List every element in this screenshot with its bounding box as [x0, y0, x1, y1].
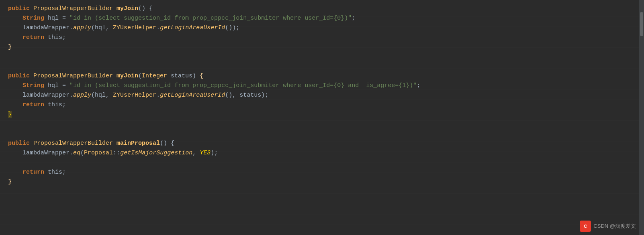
csdn-text: CSDN @浅度差文 — [593, 222, 636, 231]
type-proposal: Proposal — [84, 150, 113, 156]
code-line-14 — [8, 129, 636, 139]
keyword-public: public — [8, 5, 33, 12]
code-line-12: } — [8, 110, 636, 120]
vertical-scrollbar[interactable] — [639, 0, 644, 235]
code-line-10: lambdaWrapper.apply(hql, ZYUserHelper.ge… — [8, 91, 636, 100]
const-yes: YES — [200, 150, 211, 156]
semicolon-2: ; — [417, 82, 420, 89]
return-this-3: this; — [48, 169, 66, 176]
zyuserhelper-2: ZYUserHelper — [113, 92, 156, 99]
keyword-public-3: public — [8, 140, 33, 147]
return-this-2: this; — [48, 101, 66, 108]
var-hql: hql — [44, 15, 62, 22]
keyword-public-2: public — [8, 73, 33, 79]
code-line-2: String hql = "id in (select suggestion_i… — [8, 14, 636, 23]
string-literal-1: "id in (select suggestion_id from prop_c… — [70, 15, 352, 22]
paren-open: () { — [138, 5, 153, 12]
csdn-watermark: C CSDN @浅度差文 — [580, 221, 636, 232]
method-myjoin: myJoin — [117, 5, 138, 12]
code-line-9: String hql = "id in (select suggestion_i… — [8, 81, 636, 91]
method-mainproposal: mainProposal — [117, 140, 160, 147]
lambdawrapper-3: lambdaWrapper — [22, 150, 70, 156]
code-line-13 — [8, 120, 636, 129]
code-line-17 — [8, 158, 636, 168]
code-line-11: return this; — [8, 100, 636, 110]
lambdawrapper-2: lambdaWrapper — [22, 92, 70, 99]
close-brace-2: } — [8, 111, 12, 118]
code-line-1: public ProposalWrapperBuilder myJoin() { — [8, 4, 636, 14]
apply-close-2: (), status); — [225, 92, 268, 99]
method-getloginareauserid-1: getLoginAreaUserId — [160, 24, 225, 31]
eq-close: ); — [211, 150, 218, 156]
keyword-return-2: return — [22, 101, 48, 108]
keyword-return-1: return — [22, 34, 48, 41]
zyuserhelper-1: ZYUserHelper — [113, 24, 156, 31]
code-line-16: lambdaWrapper.eq(Proposal::getIsMajorSug… — [8, 148, 636, 158]
dot-4: . — [156, 92, 160, 99]
assign: = — [62, 15, 70, 22]
csdn-logo-icon: C — [580, 221, 591, 232]
dot-3: . — [70, 92, 73, 99]
method-getloginareauserid-2: getLoginAreaUserId — [160, 92, 225, 99]
string-literal-2: "id in (select suggestion_id from prop_c… — [70, 82, 417, 89]
method-apply-1: apply — [73, 24, 91, 31]
param-status: status) — [167, 73, 200, 79]
method-apply-2: apply — [73, 92, 91, 99]
keyword-string: String — [22, 15, 44, 22]
type-proposalwrapperbuilder-2: ProposalWrapperBuilder — [33, 73, 117, 79]
scrollbar-thumb[interactable] — [640, 12, 643, 36]
paren-open-2: ( — [138, 73, 142, 79]
apply-close-1: ()); — [225, 24, 239, 31]
method-eq: eq — [73, 150, 80, 156]
apply-args-1: (hql, — [91, 24, 113, 31]
code-line-19: } — [8, 177, 636, 187]
code-line-4: return this; — [8, 33, 636, 43]
paren-open-3: () { — [160, 140, 174, 147]
open-brace-2: { — [200, 73, 203, 79]
type-proposalwrapperbuilder-3: ProposalWrapperBuilder — [33, 140, 117, 147]
close-brace-1: } — [8, 44, 12, 51]
method-myjoin-2: myJoin — [117, 73, 138, 79]
code-line-8: public ProposalWrapperBuilder myJoin(Int… — [8, 71, 636, 81]
dot-2: . — [156, 24, 160, 31]
dot-5: . — [70, 150, 73, 156]
code-line-6 — [8, 52, 636, 62]
code-editor: public ProposalWrapperBuilder myJoin() {… — [0, 0, 644, 235]
code-line-7 — [8, 62, 636, 71]
code-line-15: public ProposalWrapperBuilder mainPropos… — [8, 139, 636, 148]
type-integer: Integer — [142, 73, 167, 79]
lambdawrapper-1: lambdaWrapper — [22, 24, 70, 31]
keyword-return-3: return — [22, 169, 48, 176]
code-content: public ProposalWrapperBuilder myJoin() {… — [0, 4, 644, 187]
semicolon: ; — [352, 15, 355, 22]
double-colon: :: — [113, 150, 120, 156]
method-getismajoruggestion: getIsMajorSuggestion — [120, 150, 192, 156]
assign-2: = — [62, 82, 70, 89]
comma: , — [192, 150, 200, 156]
var-hql-2: hql — [44, 82, 62, 89]
dot-1: . — [70, 24, 73, 31]
keyword-string-2: String — [22, 82, 44, 89]
apply-args-2: (hql, — [91, 92, 113, 99]
close-brace-3: } — [8, 178, 12, 185]
eq-paren: ( — [80, 150, 84, 156]
code-line-3: lambdaWrapper.apply(hql, ZYUserHelper.ge… — [8, 23, 636, 33]
code-line-18: return this; — [8, 168, 636, 177]
code-line-5: } — [8, 43, 636, 52]
type-proposalwrapperbuilder: ProposalWrapperBuilder — [33, 5, 117, 12]
return-this-1: this; — [48, 34, 66, 41]
